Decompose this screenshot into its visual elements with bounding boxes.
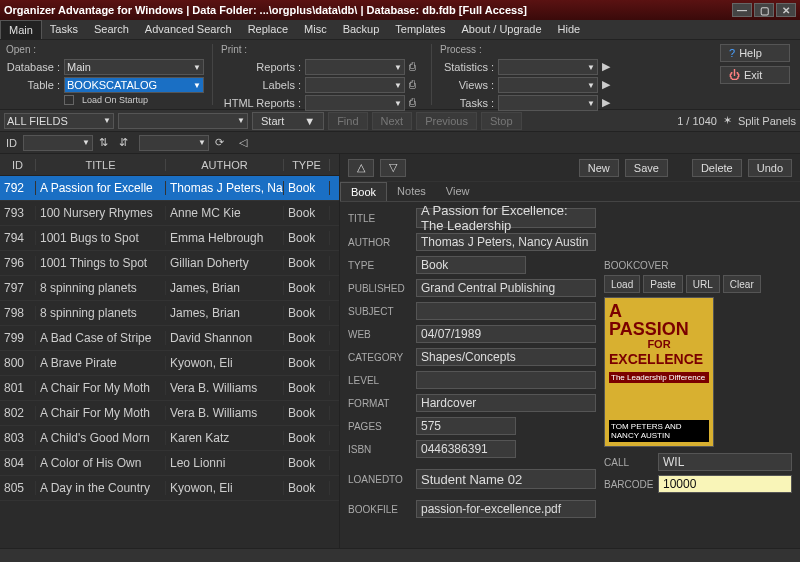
menu-templates[interactable]: Templates [387,20,453,39]
minimize-button[interactable]: — [732,3,752,17]
table-row[interactable]: 799A Bad Case of StripeDavid ShannonBook [0,326,339,351]
help-button[interactable]: ?Help [720,44,790,62]
tasks-label: Tasks : [440,97,494,109]
run-icon[interactable]: ▶ [602,60,616,74]
previous-button[interactable]: Previous [416,112,477,130]
menu-advanced-search[interactable]: Advanced Search [137,20,240,39]
category-input[interactable]: Shapes/Concepts [416,348,596,366]
menu-misc[interactable]: Misc [296,20,335,39]
table-label: Table : [6,79,60,91]
views-dropdown[interactable]: ▼ [498,77,598,93]
format-input[interactable]: Hardcover [416,394,596,412]
table-row[interactable]: 804A Color of His OwnLeo LionniBook [0,451,339,476]
new-button[interactable]: New [579,159,619,177]
table-row[interactable]: 803A Child's Good MornKaren KatzBook [0,426,339,451]
table-row[interactable]: 7988 spinning planetsJames, BrianBook [0,301,339,326]
stop-button[interactable]: Stop [481,112,522,130]
table-row[interactable]: 800A Brave PirateKyowon, EliBook [0,351,339,376]
print-icon[interactable]: ⎙ [409,78,423,92]
ribbon-group-print: Print : Reports :▼⎙ Labels :▼⎙ HTML Repo… [221,44,432,105]
move-down-button[interactable]: ▽ [380,159,406,177]
menu-hide[interactable]: Hide [550,20,589,39]
find-button[interactable]: Find [328,112,367,130]
id-field-1[interactable]: ▼ [23,135,93,151]
level-input[interactable] [416,371,596,389]
bookfile-input[interactable]: passion-for-excellence.pdf [416,500,596,518]
cover-clear-button[interactable]: Clear [723,275,761,293]
save-button[interactable]: Save [625,159,668,177]
tasks-dropdown[interactable]: ▼ [498,95,598,111]
menu-about-upgrade[interactable]: About / Upgrade [453,20,549,39]
tab-notes[interactable]: Notes [387,182,436,201]
table-row[interactable]: 7941001 Bugs to SpotEmma HelbroughBook [0,226,339,251]
cover-paste-button[interactable]: Paste [643,275,683,293]
split-panels-label[interactable]: Split Panels [738,115,796,127]
move-up-button[interactable]: △ [348,159,374,177]
table-row[interactable]: 7978 spinning planetsJames, BrianBook [0,276,339,301]
title-input[interactable]: A Passion for Excellence: The Leadership [416,208,596,228]
sort-asc-icon[interactable]: ⇅ [99,136,113,150]
labels-dropdown[interactable]: ▼ [305,77,405,93]
menu-replace[interactable]: Replace [240,20,296,39]
isbn-label: ISBN [348,444,412,455]
group-title-open: Open : [6,44,204,55]
published-input[interactable]: Grand Central Publishing [416,279,596,297]
table-row[interactable]: 792A Passion for ExcelleThomas J Peters,… [0,176,339,201]
cover-url-button[interactable]: URL [686,275,720,293]
loanedto-input[interactable]: Student Name 02 [416,469,596,489]
form: TITLEA Passion for Excellence: The Leade… [340,202,800,548]
type-input[interactable]: Book [416,256,526,274]
book-cover-image: A PASSION FOR EXCELLENCE The Leadership … [604,297,714,447]
subject-input[interactable] [416,302,596,320]
menu-search[interactable]: Search [86,20,137,39]
author-input[interactable]: Thomas J Peters, Nancy Austin [416,233,596,251]
call-input[interactable]: WIL [658,453,792,471]
split-icon[interactable]: ✶ [723,114,732,127]
col-type[interactable]: TYPE [284,159,330,171]
menu-tasks[interactable]: Tasks [42,20,86,39]
database-dropdown[interactable]: Main▼ [64,59,204,75]
delete-button[interactable]: Delete [692,159,742,177]
close-button[interactable]: ✕ [776,3,796,17]
next-button[interactable]: Next [372,112,413,130]
tab-view[interactable]: View [436,182,480,201]
pages-input[interactable]: 575 [416,417,516,435]
web-input[interactable]: 04/07/1989 [416,325,596,343]
print-icon[interactable]: ⎙ [409,96,423,110]
table-row[interactable]: 793100 Nursery RhymesAnne MC KieBook [0,201,339,226]
table-row[interactable]: 802A Chair For My MothVera B. WilliamsBo… [0,401,339,426]
barcode-input[interactable]: 10000 [658,475,792,493]
startup-checkbox[interactable] [64,95,74,105]
search-value[interactable]: ▼ [118,113,248,129]
html-dropdown[interactable]: ▼ [305,95,405,111]
refresh-icon[interactable]: ⟳ [215,136,229,150]
col-title[interactable]: TITLE [36,159,166,171]
cover-load-button[interactable]: Load [604,275,640,293]
exit-button[interactable]: ⏻Exit [720,66,790,84]
print-icon[interactable]: ⎙ [409,60,423,74]
table-row[interactable]: 801A Chair For My MothVera B. WilliamsBo… [0,376,339,401]
start-button[interactable]: Start▼ [252,112,324,130]
col-author[interactable]: AUTHOR [166,159,284,171]
views-label: Views : [440,79,494,91]
author-label: AUTHOR [348,237,412,248]
menu-main[interactable]: Main [0,20,42,39]
maximize-button[interactable]: ▢ [754,3,774,17]
id-field-2[interactable]: ▼ [139,135,209,151]
run-icon[interactable]: ▶ [602,78,616,92]
stats-dropdown[interactable]: ▼ [498,59,598,75]
menu-backup[interactable]: Backup [335,20,388,39]
collapse-icon[interactable]: ◁ [239,136,253,150]
table-row[interactable]: 7961001 Things to SpotGillian DohertyBoo… [0,251,339,276]
table-row[interactable]: 805A Day in the CountryKyowon, EliBook [0,476,339,501]
col-id[interactable]: ID [0,159,36,171]
table-dropdown[interactable]: BOOKSCATALOG▼ [64,77,204,93]
isbn-input[interactable]: 0446386391 [416,440,516,458]
reports-dropdown[interactable]: ▼ [305,59,405,75]
undo-button[interactable]: Undo [748,159,792,177]
pages-label: PAGES [348,421,412,432]
field-dropdown[interactable]: ALL FIELDS▼ [4,113,114,129]
sort-desc-icon[interactable]: ⇵ [119,136,133,150]
run-icon[interactable]: ▶ [602,96,616,110]
tab-book[interactable]: Book [340,182,387,201]
